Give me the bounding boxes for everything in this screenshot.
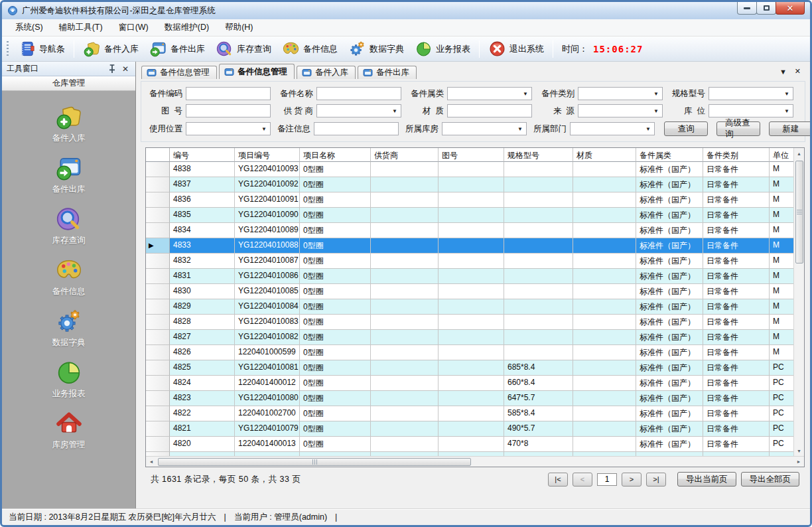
location-select[interactable]: ▼: [709, 104, 793, 117]
toolbar-button-exit[interactable]: 退出系统: [483, 38, 549, 60]
sidebar-item-report[interactable]: 业务报表: [46, 357, 92, 401]
table-row[interactable]: 4835YG122040100900型圈标准件（国产）日常备件M: [146, 208, 793, 223]
tab-3[interactable]: 备件出库: [358, 66, 417, 79]
part-category-select[interactable]: ▼: [447, 87, 532, 100]
table-row[interactable]: 4834YG122040100890型圈标准件（国产）日常备件M: [146, 223, 793, 238]
usage-position-select[interactable]: ▼: [186, 122, 271, 135]
minimize-button[interactable]: [737, 2, 757, 15]
supplier-select[interactable]: ▼: [316, 104, 401, 117]
row-gutter[interactable]: [146, 315, 170, 330]
toolbar-button-parts-out[interactable]: 备件出库: [144, 38, 210, 60]
menu-item-window[interactable]: 窗口(W): [111, 19, 157, 36]
table-row[interactable]: 4828YG122040100830型圈标准件（国产）日常备件M: [146, 315, 793, 330]
row-gutter[interactable]: [146, 299, 170, 315]
scroll-down-icon[interactable]: ▼: [794, 445, 805, 456]
table-row-selected[interactable]: ▶4833YG122040100880型圈标准件（国产）日常备件M: [146, 238, 793, 254]
row-gutter[interactable]: [146, 162, 170, 177]
row-gutter[interactable]: [146, 421, 170, 437]
sidebar-close-icon[interactable]: ✕: [120, 64, 131, 74]
toolbar-button-report[interactable]: 业务报表: [409, 38, 476, 60]
material-input[interactable]: [447, 104, 532, 117]
sidebar-item-parts-out[interactable]: 备件出库: [46, 153, 92, 196]
part-code-input[interactable]: [186, 87, 271, 100]
row-gutter[interactable]: [146, 406, 170, 421]
header-col-project-name[interactable]: 项目名称: [300, 148, 371, 162]
table-row[interactable]: 4832YG122040100870型圈标准件（国产）日常备件M: [146, 254, 793, 269]
advanced-query-button[interactable]: 高级查询: [716, 121, 760, 136]
row-gutter[interactable]: [146, 330, 170, 345]
department-select[interactable]: ▼: [570, 122, 655, 135]
header-col-supplier[interactable]: 供货商: [371, 148, 439, 162]
table-row[interactable]: 482412204014000120型圈660*8.4标准件（国产）日常备件PC: [146, 376, 793, 391]
warehouse-select[interactable]: ▼: [442, 122, 527, 135]
table-row[interactable]: 4830YG122040100850型圈标准件（国产）日常备件M: [146, 284, 793, 299]
close-button[interactable]: ✕: [776, 2, 805, 15]
table-row[interactable]: 4823YG122040100800型圈647*5.7标准件（国产）日常备件PC: [146, 391, 793, 406]
row-gutter[interactable]: [146, 208, 170, 223]
header-col-category[interactable]: 备件属类: [636, 148, 703, 162]
row-gutter[interactable]: [146, 269, 170, 284]
table-row[interactable]: 482212204010027000型圈585*8.4标准件（国产）日常备件PC: [146, 406, 793, 421]
menu-item-system[interactable]: 系统(S): [7, 19, 51, 36]
header-col-material[interactable]: 材质: [573, 148, 636, 162]
next-page-button[interactable]: >: [622, 473, 642, 487]
table-row[interactable]: 4836YG122040100910型圈标准件（国产）日常备件M: [146, 192, 793, 208]
export-all-pages-button[interactable]: 导出全部页: [741, 472, 800, 487]
header-col-type[interactable]: 备件类别: [703, 148, 770, 162]
query-button[interactable]: 查询: [664, 121, 708, 136]
vertical-scroll-thumb[interactable]: [795, 161, 803, 264]
new-button[interactable]: 新建: [769, 121, 812, 136]
header-col-id[interactable]: 编号: [170, 148, 235, 162]
horizontal-scroll-thumb[interactable]: [158, 458, 471, 466]
menu-item-data-maintenance[interactable]: 数据维护(D): [157, 19, 217, 36]
table-row[interactable]: 482012204014000130型圈470*8标准件（国产）日常备件PC: [146, 437, 793, 452]
table-row[interactable]: 4838YG122040100930型圈标准件（国产）日常备件M: [146, 162, 793, 177]
scroll-up-icon[interactable]: ▲: [794, 148, 805, 159]
maximize-button[interactable]: [756, 2, 776, 15]
last-page-button[interactable]: >|: [646, 473, 666, 487]
part-type-select[interactable]: ▼: [578, 87, 663, 100]
source-select[interactable]: ▼: [578, 104, 663, 117]
sidebar-item-warehouse[interactable]: 库房管理: [46, 408, 92, 452]
row-gutter[interactable]: [146, 345, 170, 360]
export-current-page-button[interactable]: 导出当前页: [677, 472, 736, 487]
table-row[interactable]: 482612204010005990型圈标准件（国产）日常备件M: [146, 345, 793, 360]
tab-1-active[interactable]: 备件信息管理: [219, 64, 295, 79]
tab-list-dropdown-icon[interactable]: ▼: [776, 66, 791, 77]
tab-close-icon[interactable]: ✕: [791, 66, 805, 77]
toolbar-button-parts-in[interactable]: 备件入库: [78, 38, 144, 60]
row-gutter[interactable]: ▶: [146, 238, 170, 254]
part-name-input[interactable]: [316, 87, 401, 100]
toolbar-button-stock-query[interactable]: 库存查询: [210, 38, 277, 60]
sidebar-item-data-dict[interactable]: 数据字典: [46, 306, 92, 350]
sidebar-item-parts-info[interactable]: 备件信息: [46, 255, 92, 299]
row-gutter[interactable]: [146, 192, 170, 208]
header-col-project-code[interactable]: 项目编号: [235, 148, 300, 162]
table-row[interactable]: 4837YG122040100920型圈标准件（国产）日常备件M: [146, 177, 793, 192]
header-col-unit[interactable]: 单位: [770, 148, 793, 162]
remark-input[interactable]: [314, 122, 399, 135]
table-row[interactable]: 4825YG122040100810型圈685*8.4标准件（国产）日常备件PC: [146, 360, 793, 376]
row-gutter[interactable]: [146, 177, 170, 192]
horizontal-scrollbar[interactable]: ◄ ►: [146, 456, 804, 467]
row-gutter[interactable]: [146, 437, 170, 452]
tab-0[interactable]: 备件信息管理: [141, 66, 217, 79]
row-gutter[interactable]: [146, 254, 170, 269]
table-row[interactable]: 4827YG122040100820型圈标准件（国产）日常备件M: [146, 330, 793, 345]
toolbar-button-data-dict[interactable]: 数据字典: [343, 38, 409, 60]
drawing-no-input[interactable]: [186, 104, 271, 117]
prev-page-button[interactable]: <: [573, 473, 592, 487]
header-col-spec[interactable]: 规格型号: [504, 148, 573, 162]
row-gutter[interactable]: [146, 376, 170, 391]
toolbar-button-navbar[interactable]: 导航条: [13, 38, 70, 60]
pin-icon[interactable]: [107, 64, 117, 74]
menu-item-tools[interactable]: 辅助工具(T): [51, 19, 111, 36]
row-gutter[interactable]: [146, 360, 170, 376]
toolbar-grip[interactable]: [7, 41, 9, 57]
row-gutter[interactable]: [146, 391, 170, 406]
header-row-gutter[interactable]: [146, 148, 170, 162]
sidebar-item-parts-in[interactable]: 备件入库: [46, 102, 92, 145]
table-row[interactable]: 4831YG122040100860型圈标准件（国产）日常备件M: [146, 269, 793, 284]
table-row[interactable]: 4829YG122040100840型圈标准件（国产）日常备件M: [146, 299, 793, 315]
scroll-right-icon[interactable]: ►: [793, 457, 804, 467]
